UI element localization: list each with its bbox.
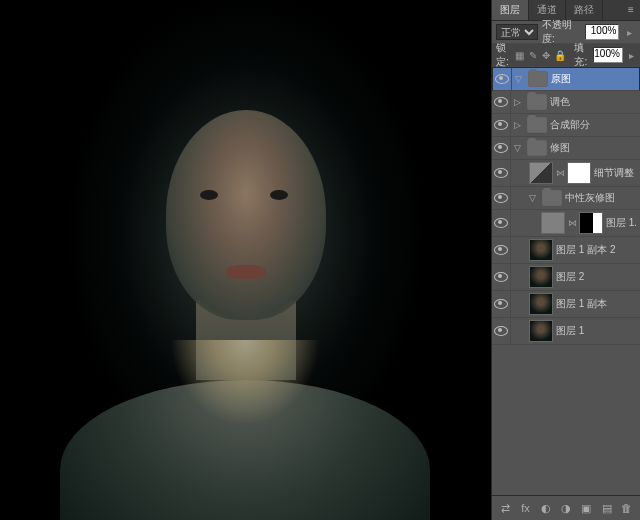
folder-icon: [542, 190, 562, 206]
fill-input[interactable]: 100%: [593, 47, 623, 63]
layer-name[interactable]: 中性灰修图: [565, 191, 636, 205]
layer-row[interactable]: ⋈图层 1...: [492, 210, 640, 237]
lock-all-icon[interactable]: 🔒: [554, 48, 566, 62]
link-icon[interactable]: ⋈: [556, 168, 564, 178]
visibility-toggle[interactable]: [492, 187, 511, 209]
layer-name[interactable]: 图层 1 副本 2: [556, 243, 636, 257]
link-layers-icon[interactable]: ⇄: [498, 500, 512, 516]
lock-label: 锁定:: [496, 41, 511, 69]
layer-name[interactable]: 合成部分: [550, 118, 636, 132]
layer-name[interactable]: 修图: [550, 141, 636, 155]
mask-thumbnail: [579, 212, 603, 234]
disclosure-triangle-icon[interactable]: ▽: [514, 143, 524, 153]
tab-paths[interactable]: 路径: [566, 0, 603, 20]
layer-name[interactable]: 调色: [550, 95, 636, 109]
layer-row[interactable]: 图层 1: [492, 318, 640, 345]
visibility-toggle[interactable]: [492, 160, 511, 186]
disclosure-triangle-icon[interactable]: ▽: [515, 74, 525, 84]
folder-icon: [527, 94, 547, 110]
visibility-toggle[interactable]: [492, 264, 511, 290]
document-canvas[interactable]: [0, 0, 491, 520]
eye-icon: [494, 218, 508, 228]
eye-icon: [494, 272, 508, 282]
layer-row[interactable]: 图层 2: [492, 264, 640, 291]
mask-icon[interactable]: ◐: [539, 500, 553, 516]
visibility-toggle[interactable]: [492, 291, 511, 317]
layer-thumbnail: [529, 239, 553, 261]
link-icon[interactable]: ⋈: [568, 218, 576, 228]
disclosure-triangle-icon[interactable]: ▷: [514, 97, 524, 107]
eye-icon: [494, 193, 508, 203]
layer-row[interactable]: ▽修图: [492, 137, 640, 160]
layer-row[interactable]: ▽中性灰修图: [492, 187, 640, 210]
group-icon[interactable]: ▣: [579, 500, 593, 516]
visibility-toggle[interactable]: [492, 114, 511, 136]
trash-icon[interactable]: 🗑: [620, 500, 634, 516]
layer-thumbnail: [529, 293, 553, 315]
eye-icon: [494, 143, 508, 153]
chevron-right-icon[interactable]: ▸: [623, 25, 636, 39]
layer-row[interactable]: ▽原图: [492, 67, 640, 91]
fx-icon[interactable]: fx: [518, 500, 532, 516]
tab-channels[interactable]: 通道: [529, 0, 566, 20]
visibility-toggle[interactable]: [492, 210, 511, 236]
visibility-toggle[interactable]: [492, 318, 511, 344]
eye-icon: [494, 120, 508, 130]
eye-icon: [494, 97, 508, 107]
tab-layers[interactable]: 图层: [492, 0, 529, 20]
layer-name[interactable]: 图层 1 副本: [556, 297, 636, 311]
visibility-toggle[interactable]: [492, 91, 511, 113]
lock-pixels-icon[interactable]: ✎: [528, 48, 537, 62]
layer-row[interactable]: 图层 1 副本: [492, 291, 640, 318]
layer-name[interactable]: 图层 1: [556, 324, 636, 338]
disclosure-triangle-icon[interactable]: ▷: [514, 120, 524, 130]
layer-row[interactable]: ▷合成部分: [492, 114, 640, 137]
chevron-right-icon[interactable]: ▸: [627, 48, 636, 62]
new-layer-icon[interactable]: ▤: [599, 500, 613, 516]
layer-thumbnail: [529, 162, 553, 184]
layer-row[interactable]: 图层 1 副本 2: [492, 237, 640, 264]
eye-icon: [495, 74, 509, 84]
folder-icon: [528, 71, 548, 87]
fill-label: 填充:: [574, 41, 589, 69]
layer-thumbnail: [529, 266, 553, 288]
layers-panel: 图层 通道 路径 ≡ 正常 不透明度: 100% ▸ 锁定: ▦ ✎ ✥ 🔒 填…: [491, 0, 640, 520]
eye-icon: [494, 326, 508, 336]
mask-thumbnail: [567, 162, 591, 184]
disclosure-triangle-icon[interactable]: ▽: [529, 193, 539, 203]
opacity-input[interactable]: 100%: [585, 24, 620, 40]
layer-thumbnail: [529, 320, 553, 342]
layer-row[interactable]: ▷调色: [492, 91, 640, 114]
layer-name[interactable]: 图层 1...: [606, 216, 636, 230]
eye-icon: [494, 299, 508, 309]
eye-icon: [494, 168, 508, 178]
photo-content: [0, 0, 491, 520]
panel-bottom-bar: ⇄ fx ◐ ◑ ▣ ▤ 🗑: [492, 495, 640, 520]
lock-transparent-icon[interactable]: ▦: [515, 48, 524, 62]
visibility-toggle[interactable]: [492, 237, 511, 263]
blend-mode-select[interactable]: 正常: [496, 24, 538, 40]
layer-row[interactable]: ⋈细节调整: [492, 160, 640, 187]
layer-name[interactable]: 图层 2: [556, 270, 636, 284]
adjustment-icon[interactable]: ◑: [559, 500, 573, 516]
layer-name[interactable]: 原图: [551, 72, 635, 86]
eye-icon: [494, 245, 508, 255]
layer-name[interactable]: 细节调整: [594, 166, 636, 180]
folder-icon: [527, 117, 547, 133]
panel-menu-icon[interactable]: ≡: [622, 0, 640, 20]
layer-thumbnail: [541, 212, 565, 234]
visibility-toggle[interactable]: [492, 137, 511, 159]
folder-icon: [527, 140, 547, 156]
visibility-toggle[interactable]: [493, 68, 512, 90]
layers-list: ▽原图▷调色▷合成部分▽修图⋈细节调整▽中性灰修图⋈图层 1...图层 1 副本…: [492, 67, 640, 495]
lock-position-icon[interactable]: ✥: [541, 48, 550, 62]
